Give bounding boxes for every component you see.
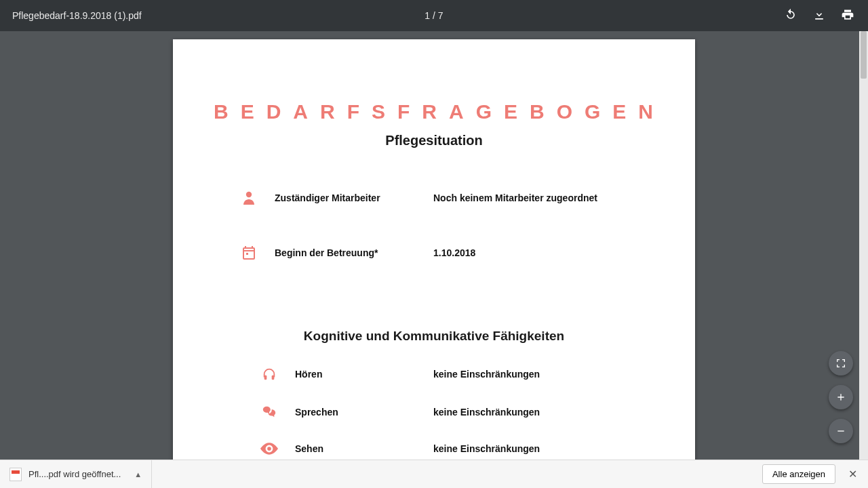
row-label: Hören xyxy=(284,369,433,380)
zoom-out-button[interactable] xyxy=(829,419,853,443)
row-label: Zuständiger Mitarbeiter xyxy=(264,192,433,203)
doc-title: BEDARFSFRAGEBOGEN xyxy=(214,100,654,123)
doc-subtitle: Pflegesituation xyxy=(214,133,654,148)
row-label: Beginn der Betreuung* xyxy=(264,247,433,258)
speech-icon xyxy=(254,405,284,420)
scrollbar-thumb[interactable] xyxy=(861,31,867,79)
section-abilities: Hören keine Einschränkungen Sprechen kei… xyxy=(214,367,654,455)
pdf-toolbar: Pflegebedarf-18.9.2018 (1).pdf 1 / 7 xyxy=(0,0,868,31)
page-current: 1 xyxy=(425,10,430,21)
row-value: keine Einschränkungen xyxy=(433,443,540,454)
close-shelf-button[interactable]: ✕ xyxy=(842,468,863,481)
section-pflegesituation: Zuständiger Mitarbeiter Noch keinem Mita… xyxy=(214,189,654,261)
file-title: Pflegebedarf-18.9.2018 (1).pdf xyxy=(0,10,142,21)
row-mitarbeiter: Zuständiger Mitarbeiter Noch keinem Mita… xyxy=(214,189,654,207)
zoom-in-button[interactable] xyxy=(829,385,853,409)
row-hoeren: Hören keine Einschränkungen xyxy=(214,367,654,382)
row-value: keine Einschränkungen xyxy=(433,369,540,380)
row-sprechen: Sprechen keine Einschränkungen xyxy=(214,405,654,420)
download-item[interactable]: Pfl....pdf wird geöffnet... ▲ xyxy=(0,460,152,488)
row-value: keine Einschränkungen xyxy=(433,407,540,418)
row-label: Sehen xyxy=(284,443,433,454)
calendar-icon xyxy=(234,245,264,261)
eye-icon xyxy=(254,443,284,455)
page-indicator: 1 / 7 xyxy=(425,10,443,21)
row-value: 1.10.2018 xyxy=(433,247,475,258)
show-all-button[interactable]: Alle anzeigen xyxy=(762,464,835,484)
download-item-label: Pfl....pdf wird geöffnet... xyxy=(28,469,121,479)
download-shelf: Pfl....pdf wird geöffnet... ▲ Alle anzei… xyxy=(0,460,868,488)
row-sehen: Sehen keine Einschränkungen xyxy=(214,443,654,455)
zoom-controls xyxy=(829,351,853,443)
rotate-icon[interactable] xyxy=(784,8,797,24)
print-icon[interactable] xyxy=(841,8,854,24)
chevron-up-icon[interactable]: ▲ xyxy=(134,470,142,479)
pdf-viewer[interactable]: BEDARFSFRAGEBOGEN Pflegesituation Zustän… xyxy=(0,31,868,460)
row-beginn: Beginn der Betreuung* 1.10.2018 xyxy=(214,245,654,261)
svg-point-0 xyxy=(246,192,252,197)
fit-page-button[interactable] xyxy=(829,351,853,375)
scrollbar[interactable] xyxy=(859,31,868,460)
row-label: Sprechen xyxy=(284,407,433,418)
section-heading-abilities: Kognitive und Kommunikative Fähigkeiten xyxy=(214,329,654,344)
page-total: 7 xyxy=(438,10,443,21)
pdf-page: BEDARFSFRAGEBOGEN Pflegesituation Zustän… xyxy=(173,39,695,460)
pdf-file-icon xyxy=(9,468,22,481)
row-value: Noch keinem Mitarbeiter zugeordnet xyxy=(433,192,597,203)
person-icon xyxy=(234,189,264,207)
svg-rect-1 xyxy=(264,375,267,380)
headphones-icon xyxy=(254,367,284,382)
svg-point-3 xyxy=(267,447,271,451)
toolbar-actions xyxy=(784,8,868,24)
svg-rect-2 xyxy=(272,375,275,380)
download-icon[interactable] xyxy=(812,8,826,24)
page-sep: / xyxy=(430,10,438,21)
